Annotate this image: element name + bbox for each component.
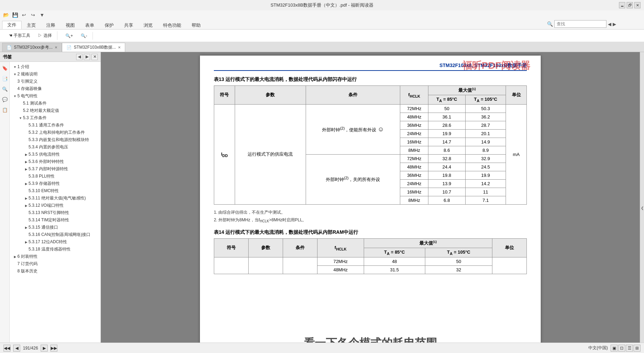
doc-tab-2[interactable]: 📄 STM32F103x8B数据... ✕ (62, 43, 125, 52)
sidebar-prev-button[interactable]: ◀ (76, 54, 82, 60)
content-area[interactable]: 福昕PDF阅读器 STM32F103x8, STM32F103xB数据手册 表1… (101, 52, 640, 353)
tree-item[interactable]: ▶5.3.5 供电流特性 (10, 151, 100, 158)
tree-toggle[interactable]: ▶ (24, 204, 29, 207)
tree-item[interactable]: 5.3.14 TIM定时器特性 (10, 216, 100, 224)
sidebar-next-button[interactable]: ▶ (84, 54, 90, 60)
tree-item[interactable]: ▶5.3.12 I/O端口特性 (10, 202, 100, 209)
tree-item[interactable]: 5.3.8 PLL特性 (10, 173, 100, 180)
tree-toggle[interactable]: ▶ (24, 240, 29, 244)
tree-item[interactable]: ▼1 介绍 (10, 63, 100, 71)
tree-toggle[interactable]: ▶ (24, 226, 29, 229)
search-icon-button[interactable]: 🔍 (1, 85, 9, 93)
bookmark-icon-button[interactable]: 🔖 (1, 64, 9, 72)
zoom-in-button[interactable]: 🔍+ (62, 32, 76, 40)
redo-button[interactable]: ↪ (29, 11, 37, 19)
tree-toggle[interactable]: ▶ (24, 153, 29, 156)
tree-toggle[interactable]: ▼ (13, 95, 17, 98)
tab-browse[interactable]: 浏览 (138, 21, 158, 29)
prev-page-button[interactable]: ◀ (13, 345, 20, 352)
tree-item[interactable]: 7 订货代码 (10, 260, 100, 268)
tree-item[interactable]: 5.3.4 内置的参照电压 (10, 143, 100, 151)
tree-item[interactable]: 5.3.1 通用工作条件 (10, 122, 100, 129)
dropdown-button[interactable]: ▼ (38, 11, 46, 19)
doc-tab-1[interactable]: 📄 STM32F10xxx参考... ✕ (2, 43, 62, 52)
doc-tab-1-close[interactable]: ✕ (55, 46, 57, 49)
search-next-button[interactable]: ▶ (613, 22, 616, 27)
tree-item[interactable]: ▶5.3.11 绝对最大值(电气敏感性) (10, 195, 100, 202)
tab-help[interactable]: 帮助 (186, 21, 206, 29)
tab-protect[interactable]: 保护 (99, 21, 119, 29)
view-mode-2-button[interactable]: ⊡ (618, 345, 625, 352)
tree-item[interactable]: ▼5.3 工作条件 (10, 114, 100, 122)
search-input[interactable] (554, 20, 606, 28)
tree-item[interactable]: ▼5 电气特性 (10, 92, 100, 100)
val2-cell: 19.9 (465, 171, 506, 179)
tree-toggle[interactable]: ▶ (24, 167, 29, 171)
tree-label: 7 订货代码 (17, 261, 38, 267)
tree-item[interactable]: 5.3.2 上电和掉电时的工作条件 (10, 129, 100, 136)
select-button[interactable]: ▷ 选择 (35, 31, 55, 40)
tree-toggle[interactable]: ▼ (18, 116, 23, 120)
tab-view[interactable]: 视图 (61, 21, 80, 29)
tree-toggle[interactable]: ▶ (24, 182, 29, 186)
tree-item[interactable]: ▶5.3.9 存储器特性 (10, 180, 100, 187)
tree-item[interactable]: 3 引脚定义 (10, 78, 100, 85)
tree-toggle[interactable]: ▼ (13, 73, 17, 76)
tree-label: 5.3 工作条件 (23, 115, 47, 121)
tree-toggle[interactable]: ▶ (24, 197, 29, 200)
tree-item[interactable]: 5.3.18 温度传感器特性 (10, 246, 100, 253)
tree-item[interactable]: ▶5.3.6 外部时钟特性 (10, 158, 100, 165)
save-button[interactable]: 💾 (11, 11, 19, 19)
page-icon-button[interactable]: 📑 (1, 74, 9, 83)
tab-home[interactable]: 主页 (22, 21, 41, 29)
comment-icon-button[interactable]: 💬 (1, 95, 9, 104)
tree-item[interactable]: 5.3.10 EMC特性 (10, 187, 100, 195)
val1-cell: 13.9 (428, 179, 466, 188)
hand-tool-button[interactable]: ☚ 手形工具 (6, 31, 33, 40)
tree-item[interactable]: ▼2 规格说明 (10, 71, 100, 78)
val2-cell: 7.1 (465, 196, 506, 204)
tree-label: 5.3.10 EMC特性 (29, 188, 59, 194)
view-mode-4-button[interactable]: ⊞ (634, 345, 641, 352)
zoom-out-button[interactable]: 🔍- (78, 32, 90, 40)
tree-label: 5.3.8 PLL特性 (29, 173, 55, 179)
tree-toggle[interactable]: ▼ (13, 65, 17, 69)
tree-item[interactable]: 5.1 测试条件 (10, 100, 100, 107)
tree-label: 5.3.1 通用工作条件 (29, 122, 64, 128)
last-page-button[interactable]: ▶▶ (50, 345, 57, 352)
tab-file[interactable]: 文件 (2, 21, 22, 29)
tree-toggle[interactable]: ▶ (13, 255, 17, 258)
tab-form[interactable]: 表单 (80, 21, 99, 29)
doc-tab-2-close[interactable]: ✕ (118, 46, 121, 49)
tree-item[interactable]: 5.3.3 内嵌复位和电源控制模块特 (10, 136, 100, 143)
tree-item[interactable]: 5.3.13 NRST引脚特性 (10, 209, 100, 216)
sidebar-collapse-button[interactable]: ✕ (91, 54, 98, 60)
search-prev-button[interactable]: ◀ (608, 22, 611, 27)
tab-features[interactable]: 特色功能 (158, 21, 186, 29)
close-button[interactable]: ✕ (634, 2, 641, 8)
view-mode-3-button[interactable]: ☰ (626, 345, 633, 352)
tab-share[interactable]: 共享 (119, 21, 138, 29)
val2-cell: 14.9 (465, 138, 506, 146)
sidebar-tree[interactable]: ▼1 介绍▼2 规格说明 3 引脚定义 4 存储器映像▼5 电气特性 5.1 测… (10, 62, 100, 353)
minimize-button[interactable]: 🗕 (619, 2, 625, 8)
tree-item[interactable]: 4 存储器映像 (10, 85, 100, 92)
right-handle[interactable]: ❮ (640, 52, 644, 353)
layer-icon-button[interactable]: 📋 (1, 106, 9, 114)
tree-toggle[interactable]: ▶ (24, 160, 29, 164)
maximize-button[interactable]: 🗗 (627, 2, 633, 8)
view-mode-1-button[interactable]: ▣ (611, 345, 618, 352)
tree-item[interactable]: 5.3.16 CAN(控制器局域网络)接口 (10, 231, 100, 238)
tree-item[interactable]: 5.2 绝对最大额定值 (10, 107, 100, 114)
tree-item[interactable]: ▶5.3.15 通信接口 (10, 224, 100, 231)
tree-item[interactable]: 8 版本历史 (10, 268, 100, 275)
val2-cell: 8.9 (465, 146, 506, 154)
next-page-button[interactable]: ▶ (41, 345, 48, 352)
open-button[interactable]: 📂 (2, 11, 10, 19)
first-page-button[interactable]: ◀◀ (3, 345, 10, 352)
tree-item[interactable]: ▶5.3.7 内部时钟源特性 (10, 165, 100, 173)
tree-item[interactable]: ▶5.3.17 12位ADC特性 (10, 238, 100, 246)
tab-comment[interactable]: 注释 (41, 21, 61, 29)
undo-button[interactable]: ↩ (20, 11, 28, 19)
tree-item[interactable]: ▶6 封装特性 (10, 253, 100, 260)
